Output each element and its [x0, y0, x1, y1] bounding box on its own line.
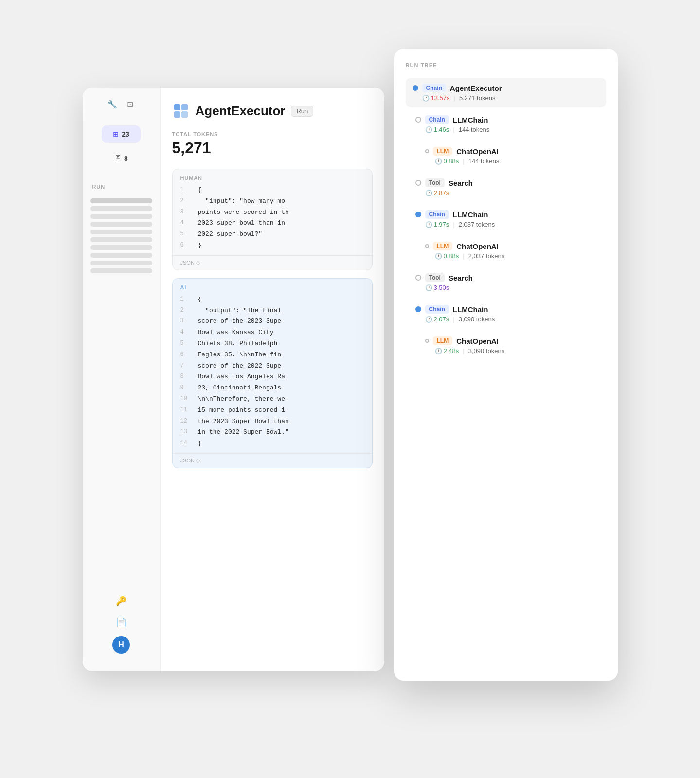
time-value: 1.97s [434, 221, 449, 228]
list-item[interactable] [90, 268, 152, 273]
code-line: 6} [173, 240, 372, 251]
chain-badge: Chain [422, 84, 446, 92]
tools-icon[interactable]: 🔧 [106, 97, 119, 111]
item-name: Search [449, 179, 473, 187]
item-name: ChatOpenAI [456, 337, 499, 345]
item-name: ChatOpenAI [456, 242, 499, 250]
tokens-meta: 144 tokens [468, 158, 500, 165]
human-footer[interactable]: JSON ◇ [173, 255, 372, 270]
main-panel: 🔧 ⊡ ⊞ 23 🗄 8 RUN [83, 88, 384, 671]
tree-row: Chain LLMChain [415, 115, 599, 124]
tokens-meta: 2,037 tokens [468, 252, 504, 260]
tree-item-agent-executor[interactable]: Chain AgentExecutor 🕐 13.57s | 5,271 tok… [406, 78, 606, 107]
time-value: 3.50s [434, 284, 449, 291]
tree-meta: 🕐 13.57s | 5,271 tokens [413, 94, 599, 102]
code-line: 2 "output": "The final [173, 305, 372, 317]
tree-item-search-2[interactable]: Tool Search 🕐 3.50s [406, 267, 606, 297]
document-icon[interactable]: 📄 [113, 615, 129, 630]
run-list [83, 198, 160, 273]
tokens-meta: 5,271 tokens [459, 94, 495, 102]
item-name: AgentExecutor [450, 84, 502, 92]
svg-rect-0 [174, 104, 180, 110]
tree-meta: 🕐 1.46s | 144 tokens [415, 126, 599, 133]
sidebar-item-db[interactable]: 🗄 8 [102, 150, 141, 167]
json-label: JSON ◇ [180, 260, 200, 266]
item-name: LLMChain [453, 116, 488, 124]
key-icon[interactable]: 🔑 [113, 593, 129, 609]
time-value: 0.88s [444, 158, 459, 165]
tree-row: Chain LLMChain [415, 210, 599, 219]
tokens-meta: 3,090 tokens [459, 316, 495, 323]
tree-items: Chain AgentExecutor 🕐 13.57s | 5,271 tok… [406, 78, 606, 362]
tree-item-chatopenai-3[interactable]: LLM ChatOpenAI 🕐 2.48s | 3,090 tokens [406, 331, 606, 360]
tree-item-llmchain-3[interactable]: Chain LLMChain 🕐 2.07s | 3,090 tokens [406, 299, 606, 329]
time-value: 0.88s [444, 252, 459, 260]
tree-item-search-1[interactable]: Tool Search 🕐 2.87s [406, 173, 606, 202]
tokens-label: TOTAL TOKENS [172, 131, 373, 137]
tree-dot-small [425, 149, 429, 153]
sidebar-item-runs[interactable]: ⊞ 23 [102, 125, 141, 143]
db-icon: 🗄 [114, 155, 121, 162]
agent-icon [172, 102, 190, 120]
db-count: 8 [124, 155, 128, 162]
avatar[interactable]: H [112, 636, 130, 654]
tokens-meta: 2,037 tokens [459, 221, 495, 228]
time-value: 2.87s [434, 189, 449, 196]
svg-rect-1 [181, 104, 188, 110]
human-label: HUMAN [173, 169, 372, 185]
time-value: 2.07s [434, 316, 449, 323]
svg-rect-2 [174, 111, 180, 118]
list-item[interactable] [90, 245, 152, 250]
separator: | [453, 126, 454, 133]
ai-label: AI [173, 279, 372, 294]
clock-icon: 🕐 [425, 316, 432, 323]
tokens-meta: 3,090 tokens [468, 347, 504, 354]
list-item[interactable] [90, 230, 152, 234]
llm-badge: LLM [433, 242, 453, 250]
run-badge[interactable]: Run [291, 106, 313, 117]
tree-meta: 🕐 2.48s | 3,090 tokens [425, 347, 599, 354]
tree-dot-gray [415, 180, 421, 186]
code-line: 10\n\nTherefore, there we [173, 394, 372, 405]
run-tree-panel: RUN TREE Chain AgentExecutor 🕐 13.57s | … [394, 49, 618, 681]
list-item[interactable] [90, 206, 152, 211]
run-tree-header: RUN TREE [406, 62, 606, 68]
tree-item-llmchain-1[interactable]: Chain LLMChain 🕐 1.46s | 144 tokens [406, 109, 606, 139]
separator: | [463, 252, 464, 260]
tree-meta: 🕐 0.88s | 2,037 tokens [425, 252, 599, 260]
tool-badge: Tool [425, 273, 445, 282]
time-meta: 🕐 3.50s [425, 284, 449, 291]
list-item[interactable] [90, 222, 152, 227]
code-line: 12the 2023 Super Bowl than [173, 416, 372, 427]
list-item[interactable] [90, 214, 152, 219]
layout-icon[interactable]: ⊡ [123, 97, 137, 111]
tree-item-chatopenai-2[interactable]: LLM ChatOpenAI 🕐 0.88s | 2,037 tokens [406, 236, 606, 265]
tree-dot-blue [415, 212, 421, 217]
list-item[interactable] [90, 261, 152, 265]
chain-badge: Chain [425, 210, 449, 219]
tree-row: Chain LLMChain [415, 305, 599, 314]
list-item[interactable] [90, 237, 152, 242]
scene: 🔧 ⊡ ⊞ 23 🗄 8 RUN [83, 49, 618, 729]
tree-item-chatopenai-1[interactable]: LLM ChatOpenAI 🕐 0.88s | 144 tokens [406, 141, 606, 171]
time-meta: 🕐 2.07s [425, 316, 449, 323]
item-name: ChatOpenAI [456, 147, 499, 156]
code-line: 4Bowl was Kansas City [173, 327, 372, 338]
time-value: 13.57s [431, 94, 450, 102]
tree-dot-gray [415, 275, 421, 281]
code-line: 1{ [173, 185, 372, 196]
chain-badge: Chain [425, 305, 449, 314]
main-content: AgentExecutor Run TOTAL TOKENS 5,271 HUM… [161, 88, 384, 671]
tree-meta: 🕐 1.97s | 2,037 tokens [415, 221, 599, 228]
clock-icon: 🕐 [422, 95, 430, 102]
list-item[interactable] [90, 198, 152, 203]
ai-footer[interactable]: JSON ◇ [173, 453, 372, 468]
time-value: 2.48s [444, 347, 459, 354]
tree-meta: 🕐 2.07s | 3,090 tokens [415, 316, 599, 323]
list-item[interactable] [90, 253, 152, 258]
chain-badge: Chain [425, 115, 449, 124]
code-line: 7score of the 2022 Supe [173, 361, 372, 372]
tree-item-llmchain-2[interactable]: Chain LLMChain 🕐 1.97s | 2,037 tokens [406, 204, 606, 234]
svg-rect-3 [181, 111, 188, 118]
code-line: 42023 super bowl than in [173, 218, 372, 229]
